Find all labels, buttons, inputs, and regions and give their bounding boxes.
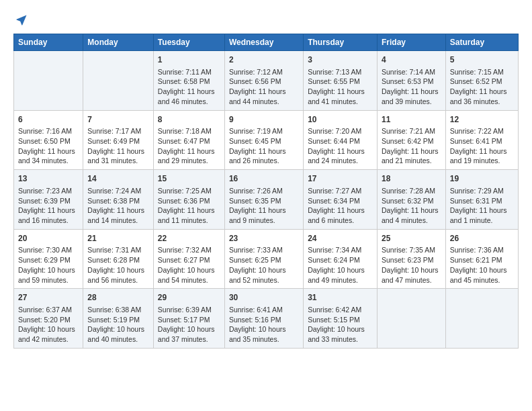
day-number: 4 bbox=[382, 54, 441, 66]
calendar-cell: 20Sunrise: 7:30 AMSunset: 6:29 PMDayligh… bbox=[14, 229, 83, 289]
sunset-text: Sunset: 6:47 PM bbox=[158, 137, 210, 145]
sunrise-text: Sunrise: 7:27 AM bbox=[308, 187, 361, 195]
daylight-text: Daylight: 10 hours and 37 minutes. bbox=[158, 325, 215, 343]
sunset-text: Sunset: 6:39 PM bbox=[18, 197, 71, 205]
day-number: 21 bbox=[87, 233, 149, 244]
day-number: 17 bbox=[308, 173, 373, 185]
day-number: 22 bbox=[158, 233, 220, 244]
sunset-text: Sunset: 6:49 PM bbox=[87, 137, 140, 145]
sunset-text: Sunset: 5:17 PM bbox=[158, 316, 210, 324]
sunrise-text: Sunrise: 7:30 AM bbox=[18, 246, 72, 254]
sunset-text: Sunset: 6:56 PM bbox=[229, 77, 281, 85]
calendar-week-4: 20Sunrise: 7:30 AMSunset: 6:29 PMDayligh… bbox=[14, 229, 519, 289]
day-number: 5 bbox=[450, 54, 514, 66]
sunset-text: Sunset: 6:45 PM bbox=[229, 137, 281, 145]
daylight-text: Daylight: 11 hours and 44 minutes. bbox=[229, 87, 286, 105]
calendar-cell: 7Sunrise: 7:17 AMSunset: 6:49 PMDaylight… bbox=[83, 110, 154, 170]
header-wednesday: Wednesday bbox=[224, 34, 303, 51]
calendar-cell: 11Sunrise: 7:21 AMSunset: 6:42 PMDayligh… bbox=[377, 110, 445, 170]
sunrise-text: Sunrise: 7:33 AM bbox=[229, 246, 283, 254]
daylight-text: Daylight: 11 hours and 6 minutes. bbox=[308, 206, 365, 224]
daylight-text: Daylight: 10 hours and 49 minutes. bbox=[308, 266, 365, 284]
daylight-text: Daylight: 10 hours and 33 minutes. bbox=[308, 325, 365, 343]
calendar-cell: 4Sunrise: 7:14 AMSunset: 6:53 PMDaylight… bbox=[377, 51, 445, 111]
day-number: 27 bbox=[18, 292, 79, 304]
daylight-text: Daylight: 11 hours and 29 minutes. bbox=[158, 147, 215, 165]
sunset-text: Sunset: 6:36 PM bbox=[158, 197, 210, 205]
sunset-text: Sunset: 5:19 PM bbox=[87, 316, 140, 324]
sunset-text: Sunset: 6:34 PM bbox=[308, 197, 360, 205]
day-number: 30 bbox=[229, 292, 299, 304]
daylight-text: Daylight: 11 hours and 14 minutes. bbox=[87, 206, 144, 224]
sunset-text: Sunset: 6:32 PM bbox=[382, 197, 434, 205]
calendar-cell: 23Sunrise: 7:33 AMSunset: 6:25 PMDayligh… bbox=[224, 229, 303, 289]
day-number: 14 bbox=[87, 173, 149, 185]
sunrise-text: Sunrise: 7:12 AM bbox=[229, 68, 283, 76]
day-number: 31 bbox=[308, 292, 373, 304]
daylight-text: Daylight: 11 hours and 24 minutes. bbox=[308, 147, 365, 165]
sunrise-text: Sunrise: 6:37 AM bbox=[18, 306, 72, 314]
sunset-text: Sunset: 6:29 PM bbox=[18, 256, 71, 264]
day-number: 7 bbox=[87, 114, 149, 126]
sunrise-text: Sunrise: 7:25 AM bbox=[158, 187, 212, 195]
daylight-text: Daylight: 11 hours and 1 minute. bbox=[450, 206, 507, 224]
sunset-text: Sunset: 6:52 PM bbox=[450, 77, 502, 85]
sunrise-text: Sunrise: 7:34 AM bbox=[308, 246, 361, 254]
day-number: 20 bbox=[18, 233, 79, 244]
day-number: 12 bbox=[450, 114, 514, 126]
calendar-header-row: SundayMondayTuesdayWednesdayThursdayFrid… bbox=[14, 34, 519, 51]
calendar-cell: 3Sunrise: 7:13 AMSunset: 6:55 PMDaylight… bbox=[304, 51, 378, 111]
daylight-text: Daylight: 10 hours and 54 minutes. bbox=[158, 266, 215, 284]
header-sunday: Sunday bbox=[14, 34, 83, 51]
daylight-text: Daylight: 11 hours and 41 minutes. bbox=[308, 87, 365, 105]
sunrise-text: Sunrise: 7:17 AM bbox=[87, 127, 141, 135]
daylight-text: Daylight: 11 hours and 26 minutes. bbox=[229, 147, 286, 165]
calendar-cell: 15Sunrise: 7:25 AMSunset: 6:36 PMDayligh… bbox=[153, 170, 224, 230]
sunrise-text: Sunrise: 7:36 AM bbox=[450, 246, 504, 254]
sunrise-text: Sunrise: 7:22 AM bbox=[450, 127, 504, 135]
sunset-text: Sunset: 6:53 PM bbox=[382, 77, 434, 85]
sunset-text: Sunset: 6:58 PM bbox=[158, 77, 210, 85]
day-number: 13 bbox=[18, 173, 79, 185]
day-number: 19 bbox=[450, 173, 514, 185]
sunrise-text: Sunrise: 7:26 AM bbox=[229, 187, 283, 195]
sunrise-text: Sunrise: 7:19 AM bbox=[229, 127, 283, 135]
sunset-text: Sunset: 5:20 PM bbox=[18, 316, 71, 324]
calendar-table: SundayMondayTuesdayWednesdayThursdayFrid… bbox=[13, 34, 519, 349]
calendar-cell: 17Sunrise: 7:27 AMSunset: 6:34 PMDayligh… bbox=[304, 170, 378, 230]
sunset-text: Sunset: 6:25 PM bbox=[229, 256, 281, 264]
sunset-text: Sunset: 6:35 PM bbox=[229, 197, 281, 205]
day-number: 25 bbox=[382, 233, 441, 244]
daylight-text: Daylight: 10 hours and 45 minutes. bbox=[450, 266, 507, 284]
sunset-text: Sunset: 6:24 PM bbox=[308, 256, 360, 264]
calendar-cell: 25Sunrise: 7:35 AMSunset: 6:23 PMDayligh… bbox=[377, 229, 445, 289]
sunset-text: Sunset: 6:21 PM bbox=[450, 256, 502, 264]
calendar-cell: 2Sunrise: 7:12 AMSunset: 6:56 PMDaylight… bbox=[224, 51, 303, 111]
day-number: 15 bbox=[158, 173, 220, 185]
header-thursday: Thursday bbox=[304, 34, 378, 51]
sunrise-text: Sunrise: 7:15 AM bbox=[450, 68, 504, 76]
sunrise-text: Sunrise: 6:41 AM bbox=[229, 306, 283, 314]
sunrise-text: Sunrise: 7:11 AM bbox=[158, 68, 212, 76]
day-number: 23 bbox=[229, 233, 299, 244]
daylight-text: Daylight: 11 hours and 9 minutes. bbox=[229, 206, 286, 224]
daylight-text: Daylight: 11 hours and 46 minutes. bbox=[158, 87, 215, 105]
calendar-cell: 16Sunrise: 7:26 AMSunset: 6:35 PMDayligh… bbox=[224, 170, 303, 230]
calendar-week-5: 27Sunrise: 6:37 AMSunset: 5:20 PMDayligh… bbox=[14, 289, 519, 349]
sunrise-text: Sunrise: 6:39 AM bbox=[158, 306, 212, 314]
sunset-text: Sunset: 6:27 PM bbox=[158, 256, 210, 264]
calendar-week-2: 6Sunrise: 7:16 AMSunset: 6:50 PMDaylight… bbox=[14, 110, 519, 170]
day-number: 28 bbox=[87, 292, 149, 304]
daylight-text: Daylight: 11 hours and 34 minutes. bbox=[18, 147, 75, 165]
day-number: 10 bbox=[308, 114, 373, 126]
daylight-text: Daylight: 11 hours and 16 minutes. bbox=[18, 206, 75, 224]
calendar-cell: 24Sunrise: 7:34 AMSunset: 6:24 PMDayligh… bbox=[304, 229, 378, 289]
sunrise-text: Sunrise: 7:24 AM bbox=[87, 187, 141, 195]
calendar-cell: 8Sunrise: 7:18 AMSunset: 6:47 PMDaylight… bbox=[153, 110, 224, 170]
daylight-text: Daylight: 11 hours and 4 minutes. bbox=[382, 206, 439, 224]
calendar-cell bbox=[14, 51, 83, 111]
sunrise-text: Sunrise: 7:35 AM bbox=[382, 246, 435, 254]
sunrise-text: Sunrise: 7:18 AM bbox=[158, 127, 212, 135]
calendar-cell: 31Sunrise: 6:42 AMSunset: 5:15 PMDayligh… bbox=[304, 289, 378, 349]
calendar-cell: 10Sunrise: 7:20 AMSunset: 6:44 PMDayligh… bbox=[304, 110, 378, 170]
